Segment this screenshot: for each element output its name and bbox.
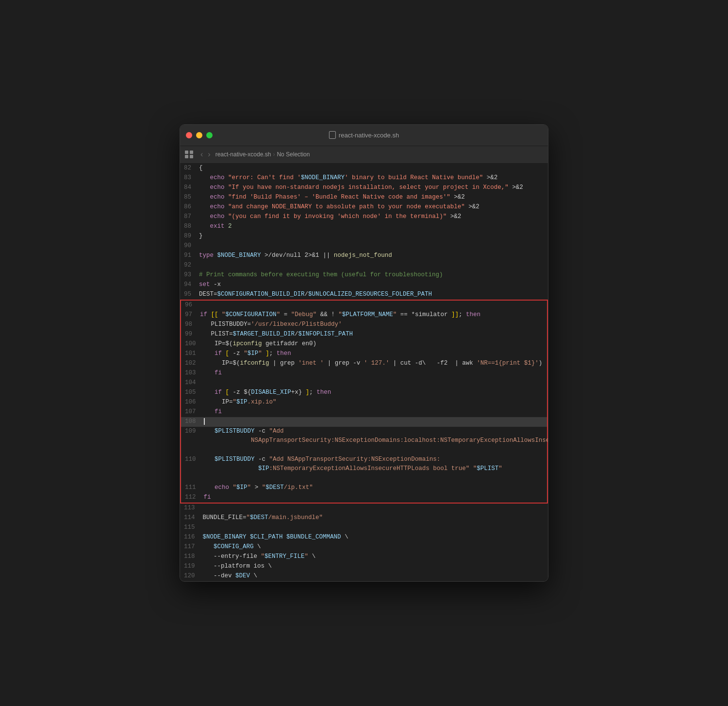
- code-line-109: 109 $PLISTBUDDY -c "Add NSAppTransportSe…: [181, 427, 547, 455]
- code-line-90: 90: [180, 241, 548, 251]
- code-line-95: 95 DEST=$CONFIGURATION_BUILD_DIR/$UNLOCA…: [180, 290, 548, 300]
- code-line-100: 100 IP=$(ipconfig getifaddr en0): [181, 339, 547, 349]
- code-line-110: 110 $PLISTBUDDY -c "Add NSAppTransportSe…: [181, 455, 547, 483]
- maximize-button[interactable]: [206, 132, 213, 138]
- breadcrumb-selection: No Selection: [277, 151, 310, 158]
- code-line-88: 88 exit 2: [180, 222, 548, 232]
- code-line-104: 104: [181, 378, 547, 388]
- code-line-120: 120 --dev $DEV \: [180, 572, 548, 581]
- grid-icon[interactable]: [185, 151, 194, 158]
- code-editor[interactable]: 82 { 83 echo "error: Can't find '$NODE_B…: [180, 164, 548, 581]
- code-line-112: 112 fi: [181, 493, 547, 503]
- code-line-83: 83 echo "error: Can't find '$NODE_BINARY…: [180, 173, 548, 183]
- code-line-84: 84 echo "If you have non-standard nodejs…: [180, 183, 548, 193]
- code-line-103: 103 fi: [181, 369, 547, 378]
- code-line-96: 96: [181, 301, 547, 310]
- titlebar: react-native-xcode.sh: [180, 125, 548, 146]
- app-window: react-native-xcode.sh ‹ › react-native-x…: [180, 124, 548, 582]
- code-line-93: 93 # Print commands before executing the…: [180, 270, 548, 280]
- code-line-118: 118 --entry-file "$ENTRY_FILE" \: [180, 552, 548, 562]
- window-title: react-native-xcode.sh: [329, 131, 399, 139]
- code-line-108: 108: [181, 417, 547, 427]
- code-line-87: 87 echo "(you can find it by invoking 'w…: [180, 212, 548, 222]
- code-line-92: 92: [180, 261, 548, 270]
- code-line-85: 85 echo "find 'Build Phases' – 'Bundle R…: [180, 193, 548, 202]
- code-line-116: 116 $NODE_BINARY $CLI_PATH $BUNDLE_COMMA…: [180, 533, 548, 542]
- code-line-89: 89 }: [180, 232, 548, 241]
- minimize-button[interactable]: [196, 132, 202, 138]
- code-line-99: 99 PLIST=$TARGET_BUILD_DIR/$INFOPLIST_PA…: [181, 330, 547, 339]
- code-line-115: 115: [180, 523, 548, 533]
- code-line-82: 82 {: [180, 164, 548, 173]
- breadcrumb: react-native-xcode.sh › No Selection: [215, 151, 310, 158]
- file-icon: [329, 131, 336, 139]
- code-line-105: 105 if [ -z ${DISABLE_XIP+x} ]; then: [181, 388, 547, 398]
- code-line-114: 114 BUNDLE_FILE="$DEST/main.jsbundle": [180, 513, 548, 523]
- code-line-106: 106 IP="$IP.xip.io": [181, 398, 547, 407]
- highlighted-code-block: 96 97 if [[ "$CONFIGURATION" = "Debug" &…: [180, 300, 548, 504]
- nav-buttons: ‹ ›: [199, 149, 213, 160]
- traffic-lights: [186, 132, 213, 138]
- close-button[interactable]: [186, 132, 192, 138]
- breadcrumb-file: react-native-xcode.sh: [215, 151, 271, 158]
- title-text: react-native-xcode.sh: [339, 132, 399, 139]
- code-line-102: 102 IP=$(ifconfig | grep 'inet ' | grep …: [181, 359, 547, 369]
- code-line-119: 119 --platform ios \: [180, 562, 548, 572]
- code-line-117: 117 $CONFIG_ARG \: [180, 542, 548, 552]
- code-line-107: 107 fi: [181, 407, 547, 417]
- code-line-98: 98 PLISTBUDDY='/usr/libexec/PlistBuddy': [181, 320, 547, 330]
- code-line-97: 97 if [[ "$CONFIGURATION" = "Debug" && !…: [181, 310, 547, 320]
- forward-button[interactable]: ›: [206, 149, 212, 160]
- code-line-91: 91 type $NODE_BINARY >/dev/null 2>&1 || …: [180, 251, 548, 261]
- code-line-101: 101 if [ -z "$IP" ]; then: [181, 349, 547, 359]
- code-line-113: 113: [180, 504, 548, 513]
- back-button[interactable]: ‹: [199, 149, 205, 160]
- toolbar: ‹ › react-native-xcode.sh › No Selection: [180, 146, 548, 164]
- code-line-86: 86 echo "and change NODE_BINARY to absol…: [180, 202, 548, 212]
- breadcrumb-separator: ›: [273, 151, 275, 158]
- code-line-111: 111 echo "$IP" > "$DEST/ip.txt": [181, 483, 547, 493]
- code-line-94: 94 set -x: [180, 280, 548, 290]
